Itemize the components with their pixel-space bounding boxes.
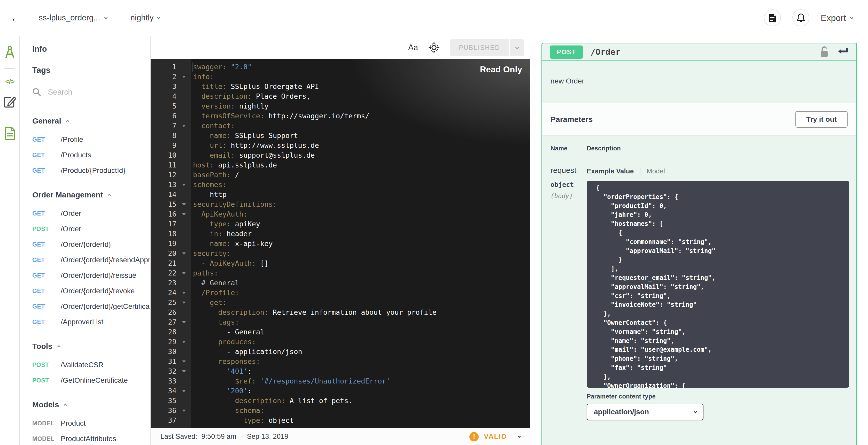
line-number: 37	[151, 416, 177, 425]
sidebar-endpoint[interactable]: GET/Order/{orderId}/getCertifica	[32, 299, 150, 314]
fold-arrow-icon[interactable]	[177, 121, 191, 131]
sidebar-endpoint[interactable]: GET/Order/{orderId}/revoke	[32, 283, 150, 299]
sidebar-item-tags[interactable]: Tags	[32, 60, 150, 81]
code-line: 31 responses:	[151, 357, 530, 366]
content-type-value: application/json	[594, 408, 649, 416]
sidebar-endpoint[interactable]: GET/Order/{orderId}/reissue	[32, 268, 150, 283]
fold-arrow-icon[interactable]	[177, 298, 191, 307]
search-input[interactable]	[48, 88, 135, 96]
code-line: 16 ApiKeyAuth:	[151, 209, 530, 219]
fold-arrow-icon[interactable]	[177, 268, 191, 278]
section-title-tools[interactable]: Tools	[32, 339, 150, 354]
section-title-models[interactable]: Models	[32, 397, 150, 412]
example-json-line: "OwnerOrganization": {	[596, 381, 849, 388]
fold-arrow-icon[interactable]	[177, 337, 191, 347]
post-method-badge: POST	[550, 46, 583, 59]
chevron-down-icon	[518, 435, 521, 438]
design-compass-icon[interactable]	[2, 45, 17, 60]
sidebar-endpoint[interactable]: POST/GetOnlineCertificate	[32, 373, 150, 388]
column-header-name: Name	[551, 145, 587, 152]
sidebar-endpoint[interactable]: MODELProduct	[32, 416, 150, 431]
sidebar-endpoint[interactable]: GET/Order/{orderId}	[32, 237, 150, 252]
fold-gutter	[177, 219, 191, 229]
sidebar-endpoint[interactable]: GET/Profile	[32, 132, 150, 147]
endpoint-path: /Order/{orderId}/reissue	[61, 271, 136, 279]
sidebar-endpoint[interactable]: GET/Products	[32, 147, 150, 163]
line-number: 32	[151, 366, 177, 376]
example-json-line: "approvalMail": "string"	[596, 246, 849, 256]
column-header-description: Description	[587, 145, 621, 152]
edit-icon[interactable]	[3, 95, 17, 109]
sidebar-endpoint[interactable]: GET/Product/{ProductId}	[32, 163, 150, 178]
chevron-down-icon	[104, 16, 107, 19]
validation-status[interactable]: ! VALID	[469, 432, 520, 441]
notifications-button[interactable]	[792, 9, 809, 26]
back-arrow-icon[interactable]: ←	[10, 11, 22, 24]
fold-gutter	[177, 82, 191, 91]
section-title-order-management[interactable]: Order Management	[32, 188, 150, 202]
sidebar-endpoint[interactable]: GET/Order	[32, 206, 150, 221]
example-json-line: {	[596, 229, 849, 237]
parameter-type: object	[551, 181, 587, 188]
version-dropdown[interactable]: nightly	[130, 13, 160, 23]
tab-example-value[interactable]: Example Value	[587, 167, 634, 175]
export-dropdown[interactable]: Export	[821, 13, 852, 23]
try-it-out-button[interactable]: Try it out	[796, 111, 847, 128]
parameter-name: request	[551, 166, 587, 175]
parameters-table: Name Description request object (body) E…	[542, 136, 857, 420]
fold-arrow-icon[interactable]	[177, 288, 191, 298]
fold-arrow-icon[interactable]	[177, 386, 191, 396]
sidebar-endpoint[interactable]: GET/Order/{orderId}/resendAppr	[32, 252, 150, 268]
unlock-icon[interactable]	[819, 46, 830, 58]
line-number: 12	[151, 170, 177, 180]
code-line: 24 /Profile:	[151, 288, 530, 298]
fold-arrow-icon[interactable]	[177, 366, 191, 376]
example-value-code-block[interactable]: { "orderProperties": { "productId": 0, "…	[587, 181, 849, 388]
sidebar-item-info[interactable]: Info	[32, 38, 150, 60]
code-line: 27 tags:	[151, 317, 530, 327]
content-type-select[interactable]: application/json	[587, 404, 704, 420]
sidebar-endpoint[interactable]: GET/ApproverList	[32, 314, 150, 330]
fold-arrow-icon[interactable]	[177, 248, 191, 259]
code-line: 6 termsOfService: http://swagger.io/term…	[151, 111, 530, 121]
code-line: 33 $ref: '#/responses/UnauthorizedError'	[151, 376, 530, 386]
fold-arrow-icon[interactable]	[177, 317, 191, 327]
sidebar-section: Order ManagementGET/OrderPOST/OrderGET/O…	[32, 188, 150, 330]
code-line: 21 - ApiKeyAuth: []	[151, 259, 530, 268]
search-icon	[32, 88, 41, 96]
section-title-general[interactable]: General	[32, 114, 150, 128]
fold-arrow-icon[interactable]	[177, 180, 191, 190]
tab-model[interactable]: Model	[647, 167, 665, 175]
method-badge: GET	[32, 303, 61, 310]
example-json-line: {	[596, 183, 849, 192]
sidebar-endpoint[interactable]: POST/Order	[32, 221, 150, 237]
font-settings-button[interactable]: Aa	[408, 43, 418, 52]
published-button[interactable]: PUBLISHED	[450, 39, 509, 56]
theme-toggle-button[interactable]	[428, 42, 440, 53]
deep-link-return-icon[interactable]	[837, 47, 848, 57]
code-editor[interactable]: 1swagger: "2.0"2info:3 title: SSLplus Or…	[151, 59, 530, 428]
editor-toolbar: Aa PUBLISHED	[151, 36, 530, 59]
fold-arrow-icon[interactable]	[177, 209, 191, 219]
parameter-content-type-label: Parameter content type	[587, 393, 849, 400]
code-editor-icon[interactable]: </>	[5, 78, 14, 86]
endpoint-path: /Product/{ProductId}	[61, 167, 126, 175]
example-json-line: "name": "string",	[596, 336, 849, 346]
operation-header[interactable]: POST /Order	[542, 43, 857, 61]
fold-gutter	[177, 111, 191, 121]
published-caret-button[interactable]	[510, 39, 524, 56]
api-title-dropdown[interactable]: ss-lplus_orderg...	[39, 13, 107, 23]
document-page-icon[interactable]	[4, 126, 16, 141]
fold-arrow-icon[interactable]	[177, 200, 191, 209]
chevron-up-icon	[57, 345, 61, 348]
docs-button[interactable]	[764, 9, 781, 26]
method-badge: GET	[32, 319, 61, 326]
fold-arrow-icon[interactable]	[177, 72, 191, 82]
chevron-down-icon	[850, 16, 854, 19]
fold-arrow-icon[interactable]	[177, 357, 191, 366]
line-number: 34	[151, 386, 177, 396]
sidebar-endpoint[interactable]: MODELProductAttributes	[32, 431, 150, 445]
rail-divider	[4, 68, 15, 69]
fold-arrow-icon[interactable]	[177, 406, 191, 416]
sidebar-endpoint[interactable]: POST/ValidateCSR	[32, 357, 150, 373]
